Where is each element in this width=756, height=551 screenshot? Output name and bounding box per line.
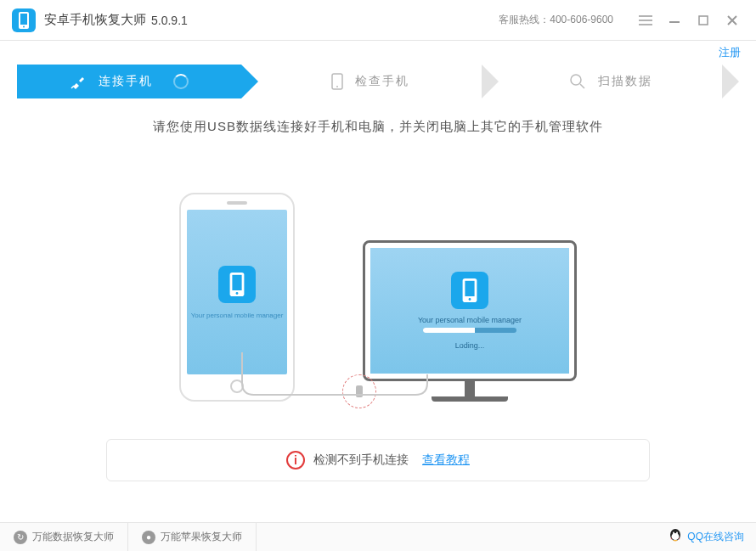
app-version: 5.0.9.1	[151, 14, 188, 27]
monitor-illustration: Your personal mobile manager Loding...	[363, 240, 577, 402]
step-separator	[722, 65, 739, 98]
phone-icon	[331, 73, 343, 90]
minimize-button[interactable]	[663, 8, 686, 32]
phone-app-icon	[218, 266, 256, 303]
loading-text: Loding...	[455, 341, 485, 350]
app-logo	[12, 8, 36, 32]
phone-illustration: Your personal mobile manager	[179, 193, 295, 402]
footer-btn-label: 万能苹果恢复大师	[161, 530, 242, 544]
register-link[interactable]: 注册	[719, 45, 741, 60]
footer-btn-label: 万能数据恢复大师	[32, 530, 114, 544]
app-title: 安卓手机恢复大师	[44, 12, 146, 28]
monitor-tagline: Your personal mobile manager	[418, 316, 522, 324]
status-box: i 检测不到手机连接 查看教程	[106, 439, 650, 481]
monitor-app-icon	[451, 272, 488, 309]
plug-icon	[70, 73, 87, 90]
device-illustration: Your personal mobile manager Your person…	[34, 155, 722, 402]
svg-rect-8	[232, 274, 241, 290]
main-panel: 请您使用USB数据线连接好手机和电脑，并关闭电脑上其它的手机管理软件 Your …	[0, 98, 756, 481]
step-separator	[482, 65, 499, 98]
svg-point-12	[469, 298, 471, 301]
close-button[interactable]	[720, 8, 744, 32]
maximize-button[interactable]	[691, 8, 715, 32]
apple-icon: ●	[142, 531, 155, 544]
svg-point-5	[336, 86, 338, 87]
loading-icon	[173, 74, 189, 89]
progress-bar	[423, 328, 516, 333]
register-row: 注册	[0, 41, 756, 65]
menu-button[interactable]	[634, 8, 657, 32]
stepper: 连接手机 检查手机 扫描数据	[17, 65, 739, 98]
instruction-text: 请您使用USB数据线连接好手机和电脑，并关闭电脑上其它的手机管理软件	[34, 119, 722, 135]
step-label: 扫描数据	[598, 74, 652, 89]
hotline-label: 客服热线：400-606-9600	[499, 13, 613, 27]
svg-rect-3	[699, 16, 708, 25]
svg-point-15	[673, 532, 674, 535]
svg-rect-1	[20, 14, 27, 25]
usb-port-highlight	[342, 374, 376, 408]
usb-icon	[356, 385, 363, 397]
titlebar: 安卓手机恢复大师 5.0.9.1 客服热线：400-606-9600	[0, 0, 756, 41]
svg-point-6	[571, 75, 581, 85]
status-text: 检测不到手机连接	[313, 453, 409, 468]
tutorial-link[interactable]: 查看教程	[422, 453, 470, 468]
step-check[interactable]: 检查手机	[241, 65, 482, 98]
phone-tagline: Your personal mobile manager	[191, 312, 284, 319]
svg-rect-11	[465, 281, 474, 296]
svg-point-16	[676, 532, 678, 535]
footer-btn-apple-recovery[interactable]: ● 万能苹果恢复大师	[128, 523, 257, 551]
search-icon	[569, 73, 586, 90]
info-icon: i	[286, 451, 305, 469]
footer-btn-data-recovery[interactable]: ↻ 万能数据恢复大师	[0, 523, 128, 551]
footer: ↻ 万能数据恢复大师 ● 万能苹果恢复大师 QQ在线咨询	[0, 522, 756, 551]
step-label: 连接手机	[99, 74, 153, 89]
svg-point-9	[236, 292, 239, 295]
step-connect[interactable]: 连接手机	[17, 65, 241, 98]
qq-link-label: QQ在线咨询	[687, 530, 744, 544]
step-label: 检查手机	[355, 74, 409, 89]
recycle-icon: ↻	[14, 531, 27, 544]
qq-icon	[669, 528, 682, 546]
svg-point-14	[672, 533, 680, 540]
svg-point-2	[23, 25, 25, 27]
step-scan[interactable]: 扫描数据	[499, 65, 723, 98]
qq-support-link[interactable]: QQ在线咨询	[657, 528, 756, 546]
